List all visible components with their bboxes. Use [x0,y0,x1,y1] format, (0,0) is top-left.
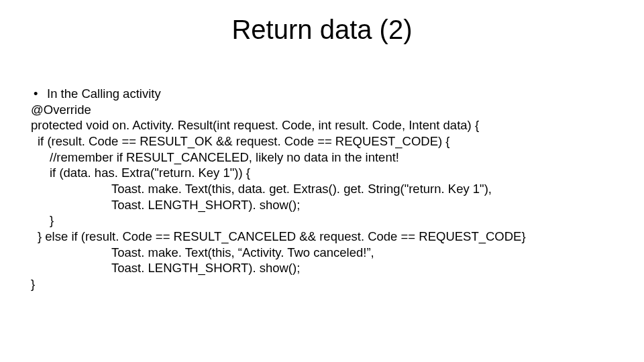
code-line: Toast. LENGTH_SHORT). show(); [31,260,613,276]
code-line: } [31,213,613,229]
code-line: } else if (result. Code == RESULT_CANCEL… [31,229,613,245]
code-line: Toast. make. Text(this, “Activity. Two c… [31,245,613,261]
slide-body: • In the Calling activity @Override prot… [31,86,613,292]
code-line: //remember if RESULT_CANCELED, likely no… [31,149,613,166]
code-line: protected void on. Activity. Result(int … [31,117,613,133]
code-line: if (data. has. Extra("return. Key 1")) { [31,165,613,181]
code-line: if (result. Code == RESULT_OK && request… [31,133,613,149]
slide-title: Return data (2) [0,15,644,45]
code-line: } [31,276,613,292]
code-line: @Override [31,102,613,118]
code-line: Toast. LENGTH_SHORT). show(); [31,197,613,213]
code-line: Toast. make. Text(this, data. get. Extra… [31,181,613,197]
slide: Return data (2) • In the Calling activit… [0,0,644,362]
bullet-dot-icon: • [31,86,47,102]
bullet-item: • In the Calling activity [31,86,613,102]
bullet-text: In the Calling activity [47,86,161,102]
